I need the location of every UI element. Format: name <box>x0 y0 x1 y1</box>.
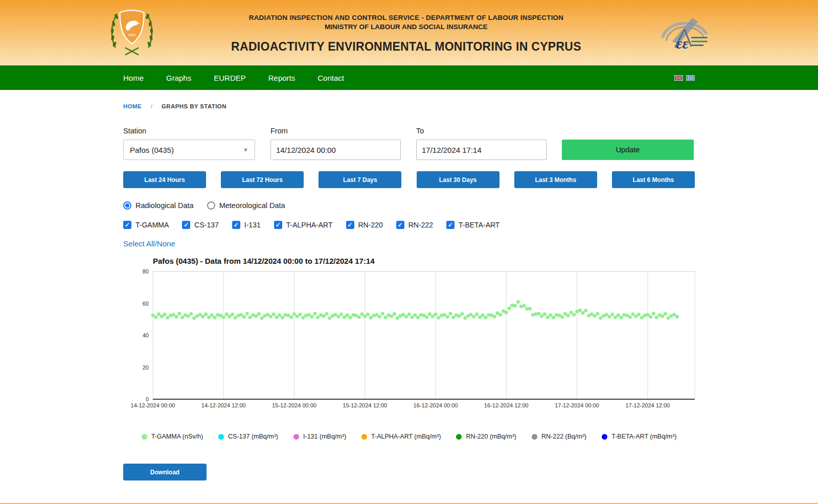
station-select[interactable]: Pafos (0435) ▼ <box>123 140 255 160</box>
cyprus-coat-of-arms-logo: 1960 <box>107 5 156 61</box>
legend-dot-icon <box>218 434 224 440</box>
to-date-input[interactable] <box>416 140 547 160</box>
legend-item-rn-220-mbq-m[interactable]: RN-220 (mBq/m³) <box>456 433 516 440</box>
chevron-down-icon: ▼ <box>243 147 248 153</box>
nav-item-contact[interactable]: Contact <box>317 74 344 82</box>
checkmark-icon[interactable]: ✓ <box>396 221 404 229</box>
checkbox-i-131[interactable]: ✓I-131 <box>232 221 261 229</box>
chart-legend: T-GAMMA (nSv/h)CS-137 (mBq/m³)I-131 (mBq… <box>123 433 695 440</box>
legend-item-t-alpha-art-mbq-m[interactable]: T-ALPHA-ART (mBq/m³) <box>361 433 441 440</box>
radio-dot-icon[interactable] <box>123 201 131 210</box>
legend-item-cs-137-mbq-m[interactable]: CS-137 (mBq/m³) <box>218 433 278 440</box>
legend-label: RN-220 (mBq/m³) <box>466 433 516 440</box>
page-header: 1960 RADIATION INSPECTION AND CONTROL SE… <box>0 0 818 65</box>
svg-text:80: 80 <box>143 268 149 274</box>
legend-label: I-131 (mBq/m³) <box>303 433 346 440</box>
legend-dot-icon <box>456 434 462 440</box>
legend-label: CS-137 (mBq/m³) <box>228 433 278 440</box>
checkbox-cs-137[interactable]: ✓CS-137 <box>182 221 218 229</box>
main-navigation: HomeGraphsEURDEPReportsContact <box>0 65 818 90</box>
station-label: Station <box>123 127 255 135</box>
update-button[interactable]: Update <box>562 140 694 160</box>
checkbox-label: T-BETA-ART <box>459 221 499 229</box>
quick-range-last-3-months[interactable]: Last 3 Months <box>514 171 597 188</box>
chart-title: Pafos (0435) - Data from 14/12/2024 00:0… <box>153 257 695 265</box>
checkmark-icon[interactable]: ✓ <box>346 221 354 229</box>
quick-range-last-6-months[interactable]: Last 6 Months <box>612 171 695 188</box>
svg-text:εε: εε <box>676 35 689 52</box>
uk-flag-icon[interactable] <box>674 75 683 81</box>
legend-dot-icon <box>602 434 607 440</box>
svg-text:1960: 1960 <box>128 33 136 37</box>
radio-label: Meteorological Data <box>219 201 285 210</box>
select-all-none-link[interactable]: Select All/None <box>123 239 175 248</box>
checkbox-label: T-GAMMA <box>135 221 169 229</box>
from-date-input[interactable] <box>270 140 401 160</box>
checkbox-t-alpha-art[interactable]: ✓T-ALPHA-ART <box>274 221 333 229</box>
svg-text:17-12-2024 00:00: 17-12-2024 00:00 <box>555 402 599 408</box>
nav-item-home[interactable]: Home <box>123 74 144 82</box>
checkbox-label: RN-220 <box>358 221 383 229</box>
legend-label: T-ALPHA-ART (mBq/m³) <box>371 433 441 440</box>
radio-dot-icon[interactable] <box>207 201 215 210</box>
legend-item-rn-222-bq-m[interactable]: RN-222 (Bq/m³) <box>532 433 586 440</box>
legend-label: RN-222 (Bq/m³) <box>541 433 586 440</box>
legend-item-i-131-mbq-m[interactable]: I-131 (mBq/m³) <box>293 433 346 440</box>
quick-range-buttons: Last 24 HoursLast 72 HoursLast 7 DaysLas… <box>123 171 695 188</box>
svg-text:17-12-2024 12:00: 17-12-2024 12:00 <box>625 402 670 408</box>
svg-text:40: 40 <box>143 332 149 338</box>
radio-radiological-data[interactable]: Radiological Data <box>123 201 194 210</box>
legend-item-t-beta-art-mbq-m[interactable]: T-BETA-ART (mBq/m³) <box>602 433 676 440</box>
etek-chamber-logo: εε <box>656 10 713 55</box>
checkmark-icon[interactable]: ✓ <box>232 221 240 229</box>
data-type-radios: Radiological DataMeteorological Data <box>123 201 695 210</box>
checkbox-rn-222[interactable]: ✓RN-222 <box>396 221 433 229</box>
checkmark-icon[interactable]: ✓ <box>123 221 131 229</box>
quick-range-last-30-days[interactable]: Last 30 Days <box>417 171 499 188</box>
to-label: To <box>416 127 547 135</box>
header-ministry-line: MINISTRY OF LABOUR AND SOCIAL INSURANCE <box>156 23 656 31</box>
checkbox-t-gamma[interactable]: ✓T-GAMMA <box>123 221 169 229</box>
legend-label: T-BETA-ART (mBq/m³) <box>611 433 676 440</box>
legend-dot-icon <box>361 434 367 440</box>
nav-item-graphs[interactable]: Graphs <box>166 74 191 82</box>
svg-text:15-12-2024 12:00: 15-12-2024 12:00 <box>343 402 387 408</box>
checkbox-label: T-ALPHA-ART <box>286 221 333 229</box>
checkbox-t-beta-art[interactable]: ✓T-BETA-ART <box>446 221 499 229</box>
svg-text:20: 20 <box>143 364 149 371</box>
breadcrumb: HOME / GRAPHS BY STATION <box>123 103 695 109</box>
legend-label: T-GAMMA (nSv/h) <box>151 433 203 440</box>
legend-dot-icon <box>532 434 537 440</box>
checkbox-label: CS-137 <box>194 221 218 229</box>
legend-item-t-gamma-nsv-h[interactable]: T-GAMMA (nSv/h) <box>142 433 203 440</box>
radio-meteorological-data[interactable]: Meteorological Data <box>207 201 285 210</box>
nav-items: HomeGraphsEURDEPReportsContact <box>123 74 367 82</box>
checkmark-icon[interactable]: ✓ <box>182 221 190 229</box>
breadcrumb-home-link[interactable]: HOME <box>123 103 142 109</box>
quick-range-last-24-hours[interactable]: Last 24 Hours <box>123 171 206 188</box>
checkmark-icon[interactable]: ✓ <box>274 221 282 229</box>
checkbox-rn-220[interactable]: ✓RN-220 <box>346 221 383 229</box>
header-service-line: RADIATION INSPECTION AND CONTROL SERVICE… <box>156 14 656 21</box>
quick-range-last-7-days[interactable]: Last 7 Days <box>319 171 401 188</box>
svg-text:15-12-2024 00:00: 15-12-2024 00:00 <box>272 402 316 408</box>
breadcrumb-current: GRAPHS BY STATION <box>162 103 226 109</box>
legend-dot-icon <box>293 434 299 440</box>
radio-label: Radiological Data <box>135 201 194 210</box>
from-label: From <box>270 127 401 135</box>
svg-text:16-12-2024 12:00: 16-12-2024 12:00 <box>484 402 529 408</box>
svg-text:16-12-2024 00:00: 16-12-2024 00:00 <box>414 402 458 408</box>
quick-range-last-72-hours[interactable]: Last 72 Hours <box>221 171 304 188</box>
page-title: RADIOACTIVITY ENVIRONMENTAL MONITORING I… <box>156 40 656 54</box>
svg-text:0: 0 <box>146 396 149 402</box>
nav-item-reports[interactable]: Reports <box>268 74 296 82</box>
greece-flag-icon[interactable] <box>686 75 695 81</box>
checkmark-icon[interactable]: ✓ <box>446 221 455 229</box>
svg-text:60: 60 <box>143 301 149 307</box>
nav-item-eurdep[interactable]: EURDEP <box>214 74 246 82</box>
filter-row: Station Pafos (0435) ▼ From To Update <box>123 127 695 160</box>
chart-area: Pafos (0435) - Data from 14/12/2024 00:0… <box>123 257 695 440</box>
station-data-chart: 14-12-2024 00:0014-12-2024 12:0015-12-20… <box>123 267 695 411</box>
svg-text:14-12-2024 12:00: 14-12-2024 12:00 <box>201 402 246 408</box>
download-button[interactable]: Download <box>123 464 207 480</box>
